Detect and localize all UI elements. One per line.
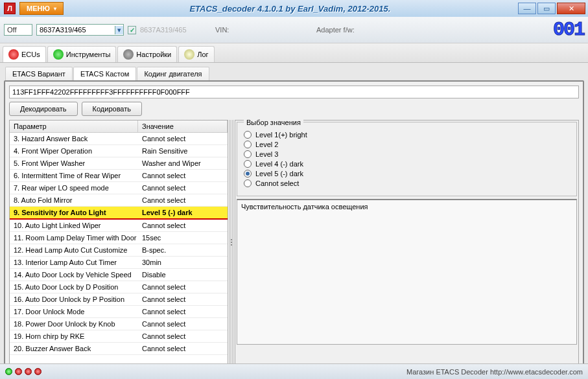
description-box: Чувствительность датчика освещения	[237, 199, 577, 345]
table-row[interactable]: 3. Hazard Answer BackCannot select	[10, 133, 228, 145]
tab-tools[interactable]: Инструменты	[47, 46, 117, 62]
table-row[interactable]: 8. Auto Fold MirrorCannot select	[10, 194, 228, 207]
table-row[interactable]: 20. Buzzer Answer BackCannot select	[10, 343, 228, 355]
toolbar-checkbox[interactable]: ✓	[128, 26, 136, 34]
table-row[interactable]: 18. Power Door Unlock by KnobCannot sele…	[10, 318, 228, 330]
table-row[interactable]: 15. Auto Door Lock by D PositionCannot s…	[10, 281, 228, 293]
off-field[interactable]: Off	[4, 24, 32, 36]
radio-option[interactable]: Level 3	[244, 150, 570, 158]
app-icon: Л	[4, 3, 16, 14]
status-bar: Магазин ETACS Decoder http://www.etacsde…	[0, 363, 588, 379]
table-row[interactable]: 13. Interior Lamp Auto Cut Timer30min	[10, 257, 228, 269]
table-row[interactable]: 11. Room Lamp Delay Timer with Door15sec	[10, 232, 228, 244]
table-row[interactable]: 16. Auto Door Unlock by P PositionCannot…	[10, 293, 228, 306]
chevron-down-icon[interactable]: ▾	[115, 26, 123, 34]
log-icon	[184, 49, 194, 60]
main-tabs: ECUs Инструменты Настройки Лог	[0, 43, 588, 63]
menu-button[interactable]: МЕНЮ	[19, 2, 64, 15]
gear-icon	[123, 49, 134, 60]
value-selector-panel: Выбор значения Level 1(+) brightLevel 2L…	[235, 120, 579, 365]
radio-option[interactable]: Level 4 (-) dark	[244, 160, 570, 168]
subtab-etacs-variant[interactable]: ETACS Вариант	[5, 67, 73, 80]
radio-option[interactable]: Level 1(+) bright	[244, 131, 570, 139]
status-dot-1	[5, 368, 12, 375]
radio-icon	[244, 170, 252, 178]
decode-button[interactable]: Декодировать	[9, 102, 78, 116]
status-dot-2	[15, 368, 22, 375]
device-combo[interactable]: ▾	[36, 24, 124, 36]
window-title: ETACS_decoder 4.1.0.1 by Earl_Vadim, 201…	[64, 4, 517, 14]
toolbar: Off ▾ ✓ 8637A319/465 VIN: Adapter f/w: 0…	[0, 17, 588, 43]
device-combo-input[interactable]	[37, 25, 115, 35]
minimize-button[interactable]: —	[518, 3, 536, 14]
splitter[interactable]	[229, 120, 233, 365]
radio-icon	[244, 131, 252, 139]
col-value[interactable]: Значение	[138, 121, 228, 132]
tools-icon	[53, 49, 64, 60]
selector-legend: Выбор значения	[244, 119, 303, 126]
counter-display: 001	[553, 19, 584, 41]
close-button[interactable]: ✕	[557, 3, 585, 14]
table-row[interactable]: 5. Front Wiper WasherWasher and Wiper	[10, 157, 228, 170]
device-label-grey: 8637A319/465	[140, 26, 211, 34]
subtab-etacs-custom[interactable]: ETACS Кастом	[73, 67, 137, 80]
table-row[interactable]: 17. Door Unlock ModeCannot select	[10, 306, 228, 318]
table-row[interactable]: 6. Intermittent Time of Rear WiperCannot…	[10, 170, 228, 182]
hex-input[interactable]	[9, 86, 579, 98]
subtab-engine-coding[interactable]: Кодинг двигателя	[137, 67, 209, 80]
status-dot-4	[34, 368, 41, 375]
diamond-icon	[8, 49, 19, 60]
radio-option[interactable]: Level 5 (-) dark	[244, 170, 570, 178]
table-row[interactable]: 14. Auto Door Lock by Vehicle SpeedDisab…	[10, 269, 228, 281]
titlebar: Л МЕНЮ ETACS_decoder 4.1.0.1 by Earl_Vad…	[0, 0, 588, 17]
vin-label: VIN:	[215, 26, 312, 34]
tab-ecus[interactable]: ECUs	[3, 46, 46, 62]
status-text: Магазин ETACS Decoder http://www.etacsde…	[406, 368, 583, 376]
radio-option[interactable]: Level 2	[244, 141, 570, 148]
table-row[interactable]: 9. Sensitivity for Auto LightLevel 5 (-)…	[10, 207, 228, 220]
adapter-label: Adapter f/w:	[316, 26, 355, 34]
tab-log[interactable]: Лог	[178, 46, 214, 62]
status-dot-3	[25, 368, 32, 375]
radio-icon	[244, 179, 252, 187]
table-row[interactable]: 4. Front Wiper OperationRain Sensitive	[10, 145, 228, 157]
radio-icon	[244, 150, 252, 158]
maximize-button[interactable]: ▭	[537, 3, 556, 14]
radio-option[interactable]: Cannot select	[244, 179, 570, 187]
table-row[interactable]: 12. Head Lamp Auto Cut CustomizeB-spec.	[10, 244, 228, 257]
table-row[interactable]: 19. Horn chirp by RKECannot select	[10, 330, 228, 343]
col-param[interactable]: Параметр	[10, 121, 138, 132]
table-row[interactable]: 10. Auto Light Linked WiperCannot select	[10, 220, 228, 232]
table-row[interactable]: 7. Rear wiper LO speed modeCannot select	[10, 182, 228, 194]
sub-tabs: ETACS Вариант ETACS Кастом Кодинг двигат…	[4, 65, 584, 80]
work-panel: Декодировать Кодировать Параметр Значени…	[4, 80, 584, 370]
param-grid[interactable]: Параметр Значение 3. Hazard Answer BackC…	[9, 120, 228, 365]
radio-icon	[244, 141, 252, 148]
grid-header: Параметр Значение	[10, 121, 228, 133]
tab-settings[interactable]: Настройки	[117, 46, 177, 62]
radio-icon	[244, 160, 252, 168]
encode-button[interactable]: Кодировать	[82, 102, 142, 116]
